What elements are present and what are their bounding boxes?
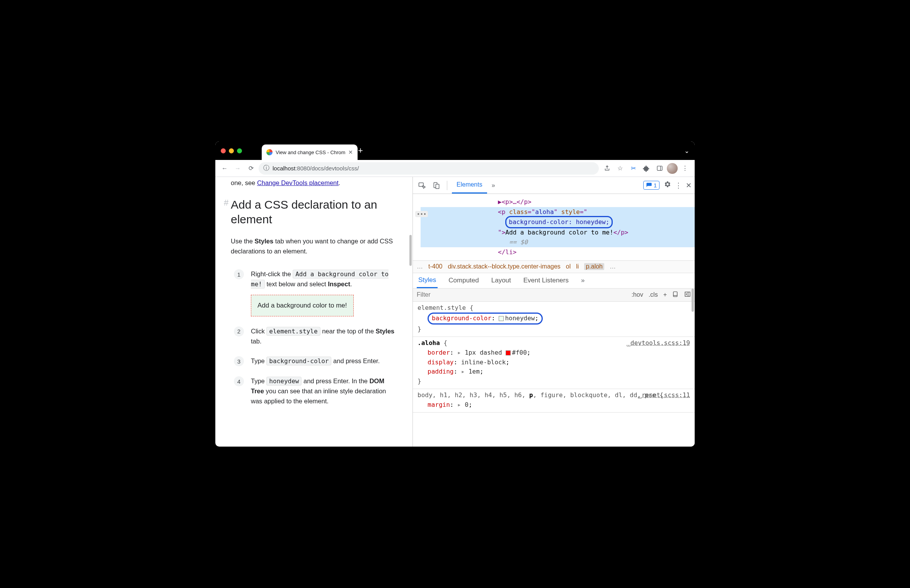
anchor-hash-icon[interactable]: #	[224, 197, 228, 208]
device-styles-icon[interactable]	[672, 291, 679, 299]
inspect-element-icon[interactable]	[416, 180, 428, 191]
chrome-favicon-icon	[266, 149, 273, 155]
tab-title: View and change CSS - Chrom	[276, 150, 345, 155]
toggle-sidebar-icon[interactable]	[684, 291, 691, 299]
bc-p-aloha[interactable]: p.aloh	[584, 263, 604, 270]
intro-line: one, see Change DevTools placement.	[231, 179, 397, 187]
dom-line-collapsed[interactable]: ▶<p>…</p>	[421, 197, 695, 207]
issues-badge[interactable]: 1	[643, 181, 659, 190]
extensions-puzzle-icon[interactable]	[641, 163, 652, 174]
svg-rect-0	[657, 166, 662, 170]
device-toolbar-icon[interactable]	[431, 180, 442, 191]
svg-rect-2	[419, 183, 424, 186]
page-content: one, see Change DevTools placement. # Ad…	[215, 177, 412, 447]
styles-filter-row: :hov .cls +	[413, 289, 695, 302]
address-bar[interactable]: ⓘ localhost:8080/docs/devtools/css/	[259, 162, 599, 175]
svg-rect-5	[673, 292, 677, 297]
dom-selected-node[interactable]: <p class="aloha" style=" background-colo…	[421, 207, 695, 247]
elements-tab[interactable]: Elements	[452, 177, 487, 194]
browser-window: View and change CSS - Chrom ✕ + ⌄ ← → ⟳ …	[215, 141, 695, 447]
tab-close-icon[interactable]: ✕	[348, 149, 353, 155]
styles-more-tabs-icon[interactable]: »	[579, 277, 586, 284]
bc-t400[interactable]: t-400	[428, 263, 442, 270]
step-2: Click element.style near the top of the …	[231, 326, 397, 346]
bc-div[interactable]: div.stack.stack--block.type.center-image…	[448, 263, 560, 270]
styles-pane-tabs: Styles Computed Layout Event Listeners »	[413, 273, 695, 289]
bc-ellipsis-right[interactable]: …	[610, 263, 616, 270]
profile-avatar[interactable]	[667, 163, 678, 174]
forward-button[interactable]: →	[232, 163, 243, 174]
rule-source-link[interactable]: _devtools.scss:19	[627, 338, 690, 348]
url-text: localhost:8080/docs/devtools/css/	[273, 165, 359, 172]
new-rule-plus-icon[interactable]: +	[663, 291, 667, 298]
toolbar-actions: ☆ ✂ ⋮	[601, 163, 691, 174]
dom-ellipsis-icon[interactable]: •••	[415, 211, 428, 217]
intro-paragraph: Use the Styles tab when you want to chan…	[231, 236, 397, 256]
site-info-icon[interactable]: ⓘ	[263, 164, 269, 172]
step-1: Right-click the Add a background color t…	[231, 269, 397, 316]
step4-code: honeydew	[266, 377, 302, 386]
bc-ellipsis-left[interactable]: …	[417, 263, 423, 270]
sidepanel-icon[interactable]	[654, 163, 665, 174]
svg-rect-4	[436, 184, 439, 189]
rule-aloha[interactable]: _devtools.scss:19 .aloha { border: ▸ 1px…	[413, 337, 695, 389]
style-rules: element.style { background-color: honeyd…	[413, 302, 695, 447]
devtools-settings-icon[interactable]	[663, 180, 671, 190]
intro-link[interactable]: Change DevTools placement	[257, 179, 339, 186]
styles-tab[interactable]: Styles	[417, 273, 438, 288]
step-4: Type honeydew and press Enter. In the DO…	[231, 376, 397, 406]
new-tab-button[interactable]: +	[358, 146, 363, 156]
rule-source-link-2[interactable]: _reset.scss:11	[638, 391, 690, 400]
devtools-menu-icon[interactable]: ⋮	[675, 181, 682, 190]
window-dropdown-icon[interactable]: ⌄	[684, 147, 689, 155]
styles-filter-input[interactable]	[417, 291, 486, 298]
reload-button[interactable]: ⟳	[245, 163, 256, 174]
hov-toggle[interactable]: :hov	[631, 291, 643, 298]
rule-reset[interactable]: _reset.scss:11 body, h1, h2, h3, h4, h5,…	[413, 389, 695, 413]
window-close-button[interactable]	[221, 148, 226, 153]
step2-code: element.style	[266, 327, 320, 336]
bc-li[interactable]: li	[576, 263, 579, 270]
titlebar: View and change CSS - Chrom ✕ + ⌄	[215, 141, 695, 160]
page-scrollbar[interactable]	[409, 235, 412, 266]
section-heading: # Add a CSS declaration to an element	[231, 197, 397, 226]
dom-breadcrumb: … t-400 div.stack.stack--block.type.cent…	[413, 261, 695, 273]
bookmark-star-icon[interactable]: ☆	[614, 163, 626, 174]
layout-tab[interactable]: Layout	[490, 273, 513, 288]
event-listeners-tab[interactable]: Event Listeners	[522, 273, 570, 288]
steps-list: Right-click the Add a background color t…	[231, 269, 397, 406]
devtools-close-icon[interactable]: ✕	[686, 181, 692, 190]
cls-toggle[interactable]: .cls	[649, 291, 658, 298]
dom-tree[interactable]: ••• ▶<p>…</p> <p class="aloha" style=" b…	[413, 194, 695, 261]
window-minimize-button[interactable]	[229, 148, 234, 153]
content-split: one, see Change DevTools placement. # Ad…	[215, 177, 695, 447]
step-3: Type background-color and press Enter.	[231, 356, 397, 366]
scissors-icon[interactable]: ✂	[627, 163, 639, 174]
more-tabs-icon[interactable]: »	[490, 182, 497, 189]
traffic-lights	[221, 148, 242, 153]
devtools-panel: Elements » 1 ⋮ ✕ ••• ▶<p>…</p>	[412, 177, 695, 447]
rule-element-style[interactable]: element.style { background-color: honeyd…	[413, 302, 695, 337]
chrome-menu-icon[interactable]: ⋮	[679, 163, 691, 174]
computed-tab[interactable]: Computed	[447, 273, 480, 288]
bc-ol[interactable]: ol	[566, 263, 571, 270]
dom-line-close-li[interactable]: </li>	[421, 247, 695, 257]
demo-element[interactable]: Add a background color to me!	[251, 295, 354, 316]
browser-toolbar: ← → ⟳ ⓘ localhost:8080/docs/devtools/css…	[215, 160, 695, 177]
step3-code: background-color	[266, 357, 331, 365]
share-icon[interactable]	[601, 163, 613, 174]
window-zoom-button[interactable]	[237, 148, 242, 153]
browser-tab[interactable]: View and change CSS - Chrom ✕	[262, 144, 358, 160]
devtools-topbar: Elements » 1 ⋮ ✕	[413, 177, 695, 194]
back-button[interactable]: ←	[219, 163, 230, 174]
